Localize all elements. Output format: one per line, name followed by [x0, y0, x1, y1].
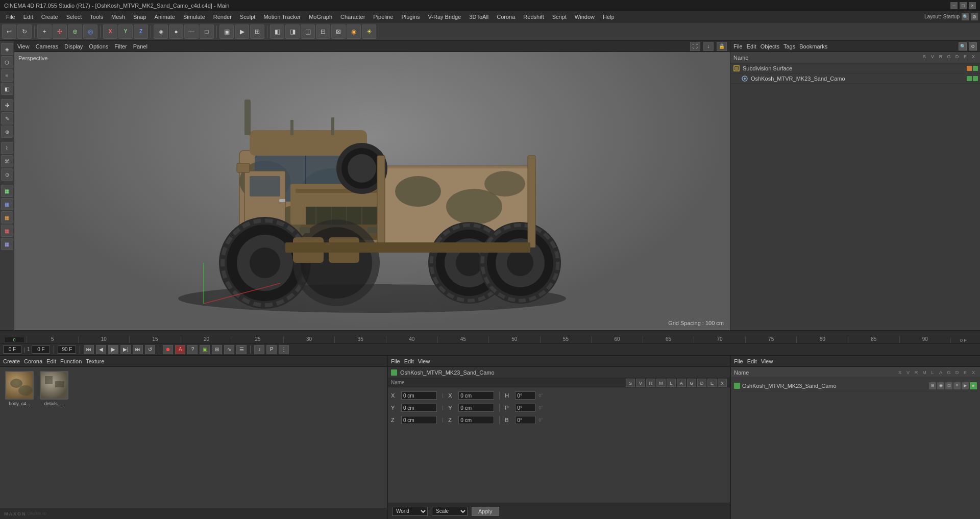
tool-brush[interactable]: ⊙	[1, 168, 13, 181]
attr-y-pos[interactable]	[401, 404, 437, 412]
menu-select[interactable]: Select	[62, 13, 86, 21]
attr-p-rot[interactable]	[515, 404, 535, 412]
move-button[interactable]: ✣	[53, 24, 67, 39]
viewport-menu-view[interactable]: View	[17, 43, 30, 50]
close-button[interactable]: ×	[969, 2, 976, 9]
viewport-lock-button[interactable]: 🔒	[717, 42, 727, 51]
paint-button[interactable]: ◫	[301, 24, 315, 39]
tree-item-subdivision[interactable]: Subdivision Surface	[730, 63, 980, 73]
mat-edit[interactable]: Edit	[46, 358, 56, 364]
y-axis-button[interactable]: Y	[118, 24, 133, 39]
obj-right-row-oshkosh[interactable]: OshKosh_MTVR_MK23_Sand_Camo ⊞ ◉ ⊡ ≡ ▶ ■	[734, 380, 977, 391]
menu-simulate[interactable]: Simulate	[179, 13, 209, 21]
tool-layer4[interactable]: ▦	[1, 225, 13, 237]
attr-h-rot[interactable]	[515, 391, 535, 400]
viewport-menu-display[interactable]: Display	[64, 43, 83, 50]
model-button[interactable]: ◧	[270, 24, 284, 39]
menu-mesh[interactable]: Mesh	[107, 13, 129, 21]
attr-y-pos2[interactable]	[458, 404, 494, 412]
menu-motion-tracker[interactable]: Motion Tracker	[259, 13, 305, 21]
attr-file[interactable]: File	[391, 358, 400, 364]
maximize-button[interactable]: □	[960, 2, 967, 9]
play-button[interactable]: ▶	[108, 345, 118, 354]
skip-end-button[interactable]: ⏭	[133, 345, 143, 354]
light-button[interactable]: ☀	[362, 24, 376, 39]
viewport-down-button[interactable]: ↓	[703, 42, 714, 51]
point-mode-button[interactable]: ●	[169, 24, 183, 39]
attr-x-pos[interactable]	[401, 391, 437, 400]
menu-pipeline[interactable]: Pipeline	[369, 13, 397, 21]
scale-select[interactable]: Scale	[432, 507, 468, 516]
current-frame-input[interactable]	[3, 345, 21, 354]
attr-b-rot[interactable]	[515, 416, 535, 424]
motion-clip-button[interactable]: ▣	[200, 345, 210, 354]
menu-vray[interactable]: V-Ray Bridge	[424, 13, 465, 21]
layout-search-button[interactable]: 🔍	[962, 13, 969, 20]
obj-right-view[interactable]: View	[761, 358, 773, 364]
attr-x-pos2[interactable]	[458, 391, 494, 400]
more-options-button[interactable]: ⋮	[279, 345, 289, 354]
viewport-menu-options[interactable]: Options	[89, 43, 108, 50]
render-to-picture-button[interactable]: ⊞	[250, 24, 264, 39]
mat-corona[interactable]: Corona	[24, 358, 42, 364]
viewport-menu-panel[interactable]: Panel	[133, 43, 148, 50]
timeline-button[interactable]: ⊞	[212, 345, 222, 354]
obj-mgr-edit[interactable]: Edit	[747, 43, 756, 50]
tool-magnet[interactable]: ⊕	[1, 126, 13, 138]
poly-mode-button[interactable]: □	[200, 24, 214, 39]
material-swatch-body[interactable]: body_c4...	[4, 371, 35, 406]
mat-function[interactable]: Function	[60, 358, 82, 364]
mat-create[interactable]: Create	[3, 358, 20, 364]
layout-settings-button[interactable]: ⚙	[971, 13, 978, 20]
tool-layer5[interactable]: ▦	[1, 238, 13, 250]
tool-knife[interactable]: ⌘	[1, 155, 13, 167]
menu-window[interactable]: Window	[571, 13, 599, 21]
record-button[interactable]: ⏺	[163, 345, 173, 354]
menu-script[interactable]: Script	[548, 13, 571, 21]
obj-right-edit[interactable]: Edit	[747, 358, 757, 364]
attr-z-pos2[interactable]	[458, 416, 494, 424]
menu-redshift[interactable]: Redshift	[519, 13, 548, 21]
mode-button-3[interactable]: ≡	[1, 69, 13, 82]
material-swatch-details[interactable]: details_...	[39, 371, 69, 406]
attr-view[interactable]: View	[418, 358, 430, 364]
tool-layer3[interactable]: ▦	[1, 211, 13, 224]
menu-character[interactable]: Character	[336, 13, 369, 21]
tree-item-oshkosh[interactable]: OshKosh_MTVR_MK23_Sand_Camo	[730, 73, 980, 84]
uv-button[interactable]: ⊟	[316, 24, 330, 39]
tool-layer2[interactable]: ▦	[1, 198, 13, 210]
edge-mode-button[interactable]: —	[184, 24, 199, 39]
menu-mograph[interactable]: MoGraph	[305, 13, 336, 21]
menu-edit[interactable]: Edit	[19, 13, 37, 21]
world-coord-select[interactable]: World	[392, 507, 428, 516]
viewport-menu-filter[interactable]: Filter	[114, 43, 127, 50]
attr-z-pos[interactable]	[401, 416, 437, 424]
viewport-maximize-button[interactable]: ⛶	[690, 42, 700, 51]
menu-animate[interactable]: Animate	[151, 13, 179, 21]
rotate-button[interactable]: ◎	[83, 24, 97, 39]
obj-right-file[interactable]: File	[734, 358, 743, 364]
menu-file[interactable]: File	[2, 13, 19, 21]
texture-button[interactable]: ◨	[285, 24, 300, 39]
menu-create[interactable]: Create	[37, 13, 62, 21]
viewport-menu-cameras[interactable]: Cameras	[36, 43, 59, 50]
add-button[interactable]: +	[37, 24, 52, 39]
start-frame-input[interactable]	[32, 345, 50, 354]
menu-3dtoall[interactable]: 3DToAll	[465, 13, 493, 21]
render-view-button[interactable]: ▶	[235, 24, 249, 39]
apply-button[interactable]: Apply	[472, 507, 499, 516]
x-axis-button[interactable]: X	[103, 24, 117, 39]
tool-pen[interactable]: ✎	[1, 112, 13, 125]
menu-tools[interactable]: Tools	[86, 13, 107, 21]
mode-button-2[interactable]: ⬡	[1, 56, 13, 68]
obj-mgr-file[interactable]: File	[733, 43, 743, 50]
anim-button[interactable]: ◉	[347, 24, 361, 39]
loop-button[interactable]: ↺	[145, 345, 155, 354]
obj-mgr-objects[interactable]: Objects	[761, 43, 779, 50]
tool-move[interactable]: ✣	[1, 99, 13, 111]
obj-mgr-bookmarks[interactable]: Bookmarks	[799, 43, 827, 50]
prev-frame-button[interactable]: ◀	[96, 345, 106, 354]
menu-help[interactable]: Help	[599, 13, 619, 21]
obj-mgr-tags[interactable]: Tags	[783, 43, 795, 50]
menu-render[interactable]: Render	[209, 13, 236, 21]
